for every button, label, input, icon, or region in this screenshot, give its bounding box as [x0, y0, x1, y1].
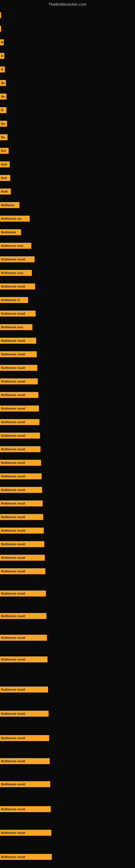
bar-item: Bottleneck result	[0, 433, 40, 439]
bar: Bottleneck result	[0, 806, 51, 812]
bar: Bo	[0, 121, 7, 127]
bar: Bo	[0, 134, 8, 140]
bar: B	[0, 39, 4, 45]
bar: Bottleneck result	[0, 711, 49, 717]
bar-item: Bottleneck result	[0, 635, 47, 641]
bar-label: Bo	[1, 95, 5, 98]
bar-label: Bo	[1, 82, 5, 85]
bar-label: Bottleneck resu	[1, 271, 24, 275]
bar-item: Bott	[0, 175, 10, 181]
bar-item: Bottleneck result	[0, 500, 43, 506]
bar	[0, 12, 1, 18]
bar-item: Bottleneck resu	[0, 243, 31, 249]
bar-item: Bot	[0, 148, 9, 154]
bar-label: Bottleneck result	[1, 737, 25, 740]
bar: B	[0, 107, 6, 113]
bar-item: Bottleneck result	[0, 338, 36, 344]
bar: Bottleneck resu	[0, 243, 31, 249]
bar-item: B	[0, 39, 4, 45]
bar-item: Bottleneck result	[0, 283, 35, 289]
bar-label: Bottleneck result	[1, 569, 25, 573]
bar-label: Bottleneck result	[1, 421, 25, 424]
bar-item: Bottleneck result	[0, 351, 37, 357]
bar: Bo	[0, 94, 6, 99]
bar-label: Bottleneck	[1, 230, 16, 234]
bar: Bottl	[0, 188, 11, 194]
bar-item: Bottleneck result	[0, 806, 51, 812]
bar: Bottleneck result	[0, 568, 45, 574]
bar-item: Bott	[0, 161, 10, 167]
bar-label: Bottleneck result	[1, 461, 25, 464]
bar: Bottleneck result	[0, 541, 44, 547]
bar: Bottleneck re	[0, 297, 28, 303]
bar-item: Bottleneck result	[0, 311, 36, 316]
bar-item: Bottleneck result	[0, 446, 41, 452]
bar-item: Bottl	[0, 188, 11, 194]
bar-item: Bottleneck result	[0, 528, 44, 533]
bar: Bottleneck result	[0, 528, 44, 533]
bar-label: Bottleneck resu	[1, 244, 24, 247]
bar-item: Bottleneck result	[0, 256, 35, 262]
bar: Bottleneck result	[0, 473, 42, 479]
bar: Bottleneck result	[0, 686, 48, 692]
bar-item: Bottleneck	[0, 229, 21, 235]
bar: Bottleneck result	[0, 735, 49, 741]
bar-item: Bottleneck result	[0, 568, 45, 574]
bar: Bottleneck result	[0, 656, 48, 662]
bar-label: Bottleneck result	[1, 636, 25, 639]
bar-item: Bo	[0, 80, 6, 86]
bar-item: Bottleneck result	[0, 365, 37, 371]
bar-label: Bottleneck result	[1, 407, 25, 410]
bar-label: Bot	[1, 149, 6, 152]
bar-label: Bottleneck result	[1, 312, 25, 315]
bar-label: Bo	[1, 122, 5, 125]
bar-item: Bottleneck result	[0, 541, 44, 547]
bar: Bottleneck result	[0, 311, 36, 316]
bar: Bott	[0, 175, 10, 181]
site-title: TheBottlenecker.com	[0, 0, 135, 8]
bar-item: Bottleneck result	[0, 487, 42, 493]
bar: Bottleneck result	[0, 256, 35, 262]
bar-label: Bott	[1, 176, 7, 180]
bar-item: Bottleneck re	[0, 297, 28, 303]
bar: Bottleneck result	[0, 365, 37, 371]
bar-label: Bottleneck result	[1, 556, 25, 559]
bar-label: Bottleneck result	[1, 502, 25, 505]
bar-label: Bottleneck result	[1, 488, 25, 492]
bar: Bottleneck result	[0, 378, 38, 384]
bar: Bottleneck result	[0, 487, 42, 493]
bar-label: Bottleneck result	[1, 434, 25, 437]
bar-item: Bottleneck result	[0, 405, 39, 411]
bar-item: B	[0, 66, 5, 72]
bar-item: Bottleneck result	[0, 830, 51, 836]
bar: Bottleneck result	[0, 781, 50, 787]
bar-item: Bottleneck result	[0, 392, 38, 398]
bar: Bottleneck resu	[0, 324, 32, 330]
bar: Bottlenec	[0, 202, 19, 208]
bar: Bottleneck result	[0, 338, 36, 344]
bar-label: Bottlenec	[1, 204, 14, 207]
bar: Bottleneck result	[0, 830, 51, 836]
bar: B	[0, 66, 5, 72]
bar-label: Bottl	[1, 190, 8, 193]
bar: Bottleneck result	[0, 283, 35, 289]
bar-label: Bottleneck re	[1, 299, 20, 302]
bar-label: Bottleneck result	[1, 393, 25, 397]
bar-label: Bottleneck result	[1, 688, 25, 691]
bar-label: Bottleneck result	[1, 807, 25, 811]
bar-label: Bottleneck result	[1, 542, 25, 546]
bar-item: Bottleneck result	[0, 686, 48, 692]
bar: Bottleneck result	[0, 555, 45, 561]
bar: Bott	[0, 161, 10, 167]
bar-label: Bottleneck result	[1, 592, 25, 595]
bar: Bottleneck result	[0, 419, 39, 425]
bar-item: Bottleneck result	[0, 473, 42, 479]
bar-item: Bottleneck result	[0, 460, 41, 466]
bar: Bottleneck result	[0, 351, 37, 357]
bar-item	[0, 26, 1, 32]
bar-label: Bottleneck result	[1, 352, 25, 356]
bar-label: B	[1, 68, 3, 71]
bar-label: Bottleneck result	[1, 831, 25, 834]
bar: Bottleneck result	[0, 590, 46, 596]
bar-label: Bottleneck result	[1, 258, 25, 261]
